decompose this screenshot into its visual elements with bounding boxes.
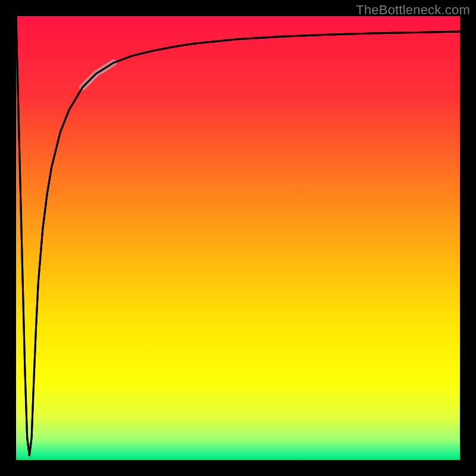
- bottleneck-curve: [16, 16, 460, 460]
- curve-main: [16, 16, 460, 456]
- plot-area: [16, 16, 460, 460]
- attribution-watermark: TheBottleneck.com: [356, 2, 470, 18]
- curve-main: [16, 16, 460, 456]
- chart-root: TheBottleneck.com: [0, 0, 476, 476]
